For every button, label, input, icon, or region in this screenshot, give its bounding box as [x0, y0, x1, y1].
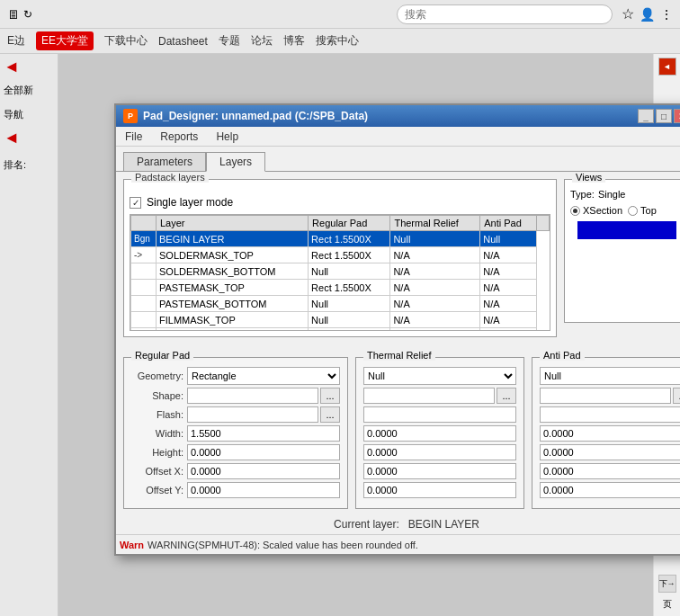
- table-row[interactable]: Bgn BEGIN LAYER Rect 1.5500X Null Null: [131, 231, 550, 247]
- table-row[interactable]: PASTEMASK_BOTTOM Null N/A N/A: [131, 296, 550, 312]
- rank-label: 排名:: [4, 158, 54, 172]
- radio-xsection[interactable]: XSection: [570, 205, 622, 216]
- flash-input[interactable]: [187, 406, 318, 423]
- close-button[interactable]: ✕: [674, 109, 680, 123]
- table-row[interactable]: FILMMASK_BOTTOM Null N/A N/A: [131, 328, 550, 332]
- nav-item-datasheet[interactable]: Datasheet: [158, 35, 208, 48]
- ap-shape-input[interactable]: [540, 388, 671, 404]
- shape-dots-button[interactable]: ...: [320, 388, 340, 404]
- tr-flash-input[interactable]: [363, 406, 516, 423]
- row-regular-pad: Rect 1.5500X: [309, 280, 390, 296]
- nav-item-download[interactable]: 下载中心: [104, 33, 148, 49]
- single-layer-checkbox[interactable]: [130, 197, 141, 209]
- regular-pad-title: Regular Pad: [131, 350, 193, 361]
- nav-item-search[interactable]: 搜索中心: [316, 33, 359, 49]
- tr-width-input[interactable]: [363, 425, 516, 442]
- flash-wrapper[interactable]: ...: [187, 406, 340, 423]
- ap-offset-y-input[interactable]: [540, 482, 680, 498]
- menu-icon[interactable]: ⋮: [660, 7, 673, 22]
- height-input[interactable]: [187, 444, 340, 460]
- page-icon[interactable]: 🗏: [7, 7, 20, 22]
- menu-help[interactable]: Help: [212, 129, 242, 145]
- radio-top-circle[interactable]: [628, 206, 638, 216]
- refresh-icon[interactable]: ↻: [23, 8, 32, 21]
- ap-offset-y-row: [540, 482, 680, 498]
- single-layer-label: Single layer mode: [147, 196, 233, 209]
- ap-dots-button[interactable]: ...: [673, 388, 680, 404]
- flash-dots-button[interactable]: ...: [320, 406, 340, 423]
- views-type-value: Single: [598, 189, 626, 200]
- single-layer-row: Single layer mode: [130, 196, 550, 209]
- row-indicator: ->: [131, 247, 157, 263]
- tr-offset-x-input[interactable]: [363, 463, 516, 479]
- ap-width-input[interactable]: [540, 425, 680, 442]
- row-anti-pad: N/A: [480, 247, 537, 263]
- nav-item-blog[interactable]: 博客: [283, 33, 305, 49]
- right-item-next[interactable]: 下→: [658, 575, 676, 593]
- maximize-button[interactable]: □: [656, 109, 672, 123]
- view-preview: [577, 221, 676, 239]
- bottom-section: Regular Pad Geometry: Rectangle Shape:: [116, 352, 680, 514]
- shape-wrapper[interactable]: ...: [187, 388, 340, 404]
- row-indicator: Bgn: [131, 231, 157, 247]
- left-arrow-icon[interactable]: ◄: [4, 58, 54, 76]
- star-icon[interactable]: ☆: [622, 5, 634, 22]
- tab-parameters[interactable]: Parameters: [123, 152, 206, 171]
- radio-top[interactable]: Top: [628, 205, 657, 216]
- flash-label: Flash:: [131, 409, 183, 420]
- menu-reports[interactable]: Reports: [157, 129, 201, 145]
- offset-x-row: Offset X:: [131, 463, 340, 479]
- tr-dots-button[interactable]: ...: [497, 388, 516, 404]
- layer-table-wrapper[interactable]: Layer Regular Pad Thermal Relief Anti Pa…: [130, 214, 550, 331]
- geometry-select[interactable]: Rectangle: [187, 367, 340, 385]
- row-layer: SOLDERMASK_TOP: [157, 247, 309, 263]
- geometry-label: Geometry:: [131, 370, 183, 381]
- left-arrow2-icon[interactable]: ◄: [4, 129, 54, 147]
- ap-geometry-wrapper[interactable]: Null: [540, 367, 680, 385]
- table-row[interactable]: PASTEMASK_TOP Rect 1.5500X N/A N/A: [131, 280, 550, 296]
- table-row[interactable]: FILMMASK_TOP Null N/A N/A: [131, 312, 550, 328]
- th-scroll: [537, 216, 550, 231]
- user-icon[interactable]: 👤: [640, 7, 655, 22]
- ap-shape-wrapper[interactable]: ...: [540, 388, 680, 404]
- tr-shape-wrapper[interactable]: ...: [363, 388, 516, 404]
- row-anti-pad: Null: [480, 231, 537, 247]
- tr-flash-row: [363, 406, 516, 423]
- offset-y-input[interactable]: [187, 482, 340, 498]
- row-regular-pad: Null: [309, 312, 390, 328]
- ap-flash-input[interactable]: [540, 406, 680, 423]
- tab-layers[interactable]: Layers: [206, 152, 265, 172]
- geometry-wrapper[interactable]: Rectangle: [187, 367, 340, 385]
- width-input[interactable]: [187, 425, 340, 442]
- offset-x-input[interactable]: [187, 463, 340, 479]
- nav-item-ee[interactable]: EE大学堂: [36, 31, 94, 50]
- tr-height-row: [363, 444, 516, 460]
- shape-input[interactable]: [187, 388, 318, 404]
- views-type-label: Type:: [570, 189, 595, 200]
- browser-nav-icons[interactable]: 🗏 ↻: [7, 7, 32, 22]
- tr-geometry-select[interactable]: Null: [363, 367, 516, 385]
- tr-geometry-wrapper[interactable]: Null: [363, 367, 516, 385]
- radio-xsection-circle[interactable]: [570, 206, 580, 216]
- ap-height-input[interactable]: [540, 444, 680, 460]
- ap-offset-x-row: [540, 463, 680, 479]
- table-row[interactable]: SOLDERMASK_BOTTOM Null N/A N/A: [131, 263, 550, 280]
- minimize-button[interactable]: _: [638, 109, 654, 123]
- ap-geometry-select[interactable]: Null: [540, 367, 680, 385]
- menu-file[interactable]: File: [121, 129, 146, 145]
- table-row[interactable]: -> SOLDERMASK_TOP Rect 1.5500X N/A N/A: [131, 247, 550, 263]
- search-input[interactable]: [397, 4, 613, 24]
- thermal-relief-title: Thermal Relief: [363, 350, 435, 361]
- tr-shape-input[interactable]: [363, 388, 495, 404]
- tr-height-input[interactable]: [363, 444, 516, 460]
- nav-item-forum[interactable]: 论坛: [251, 33, 273, 49]
- right-item-1[interactable]: ◄: [658, 58, 676, 76]
- tr-offset-y-input[interactable]: [363, 482, 516, 498]
- height-row: Height:: [131, 444, 340, 460]
- nav-item-bian[interactable]: E边: [7, 33, 25, 49]
- window-controls[interactable]: _ □ ✕: [638, 109, 680, 123]
- height-label: Height:: [131, 447, 183, 458]
- ap-offset-x-input[interactable]: [540, 463, 680, 479]
- nav-label: 导航: [4, 108, 54, 121]
- nav-item-special[interactable]: 专题: [219, 33, 240, 49]
